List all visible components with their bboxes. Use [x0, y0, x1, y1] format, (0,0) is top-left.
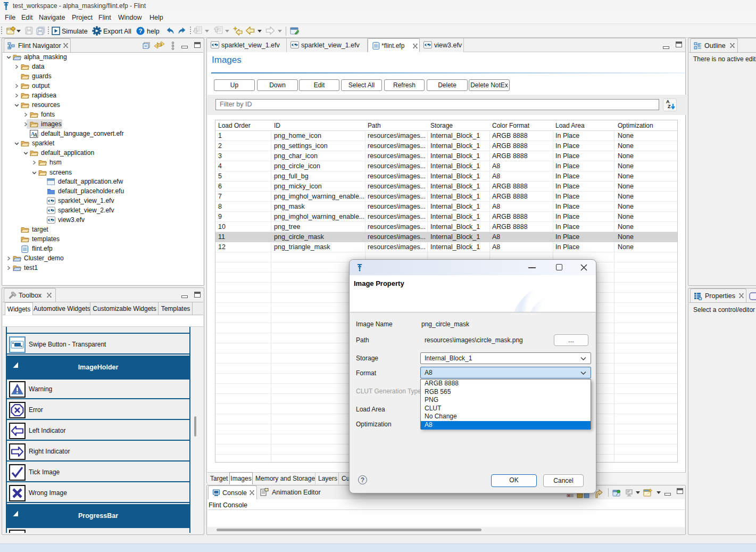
svg-text:?: ? — [138, 28, 142, 34]
